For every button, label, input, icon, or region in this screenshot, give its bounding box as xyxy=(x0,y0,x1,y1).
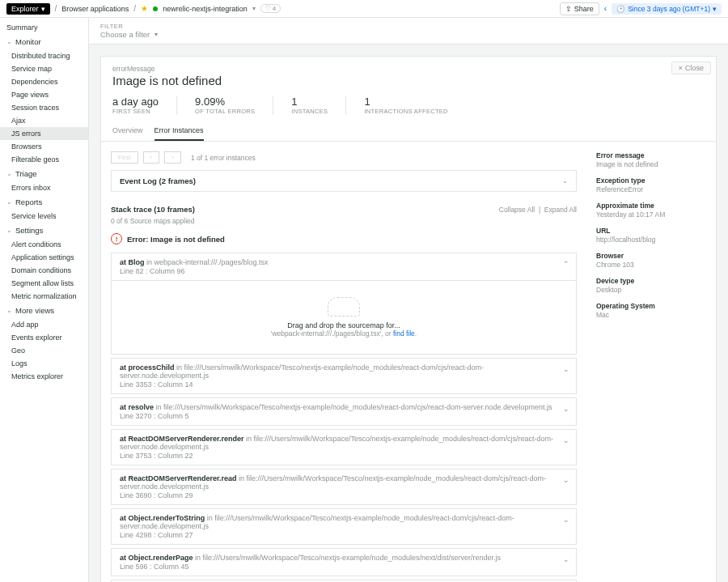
chevron-icon: ⌄ xyxy=(563,476,569,484)
detail-section: URLhttp://localhost/blog xyxy=(596,227,706,244)
sidebar-item[interactable]: Session traces xyxy=(0,101,88,114)
cloud-icon xyxy=(328,297,360,316)
close-button[interactable]: ×Close xyxy=(671,62,711,74)
sidebar-item[interactable]: Metric normalization xyxy=(0,290,88,303)
sidebar-item[interactable]: Browsers xyxy=(0,140,88,153)
share-button[interactable]: ⇪Share xyxy=(560,2,599,15)
sidebar-item[interactable]: JS errors xyxy=(0,127,88,140)
sidebar-item[interactable]: Geo xyxy=(0,344,88,357)
pager-first-button[interactable]: First xyxy=(111,151,138,164)
stat-block: 9.09%OF TOTAL ERRORS xyxy=(195,96,255,115)
breadcrumb-category[interactable]: Browser applications xyxy=(61,5,129,13)
event-log-title: Event Log (2 frames) xyxy=(120,176,196,185)
sidebar-group-more[interactable]: ⌄More views xyxy=(0,303,88,318)
stack-frame[interactable]: at ReactDOMServerRenderer.read in file:/… xyxy=(111,469,577,505)
close-icon: × xyxy=(679,64,683,72)
chevron-down-icon: ⌄ xyxy=(6,227,12,234)
sidebar-item[interactable]: Application settings xyxy=(0,251,88,264)
sidebar-item[interactable]: Distributed tracing xyxy=(0,49,88,62)
sidebar-item[interactable]: Dependencies xyxy=(0,75,88,88)
chevron-down-icon: ▾ xyxy=(154,31,158,38)
status-dot-icon xyxy=(153,6,158,11)
chevron-down-icon: ⌄ xyxy=(6,198,12,206)
filter-picker[interactable]: Choose a filter▾ xyxy=(100,30,717,39)
sidebar-item[interactable]: Segment allow lists xyxy=(0,277,88,290)
sidebar-item[interactable]: Filterable geos xyxy=(0,153,88,166)
chevron-down-icon: ▾ xyxy=(713,5,717,13)
sidebar-item[interactable]: Domain conditions xyxy=(0,264,88,277)
clock-icon: 🕑 xyxy=(616,5,625,13)
detail-section: Device typeDesktop xyxy=(596,277,706,294)
filter-label: FILTER xyxy=(100,23,717,30)
chevron-down-icon: ▾ xyxy=(41,5,45,13)
stat-block: 1INSTANCES xyxy=(291,96,328,115)
event-log-panel[interactable]: Event Log (2 frames) ⌄ xyxy=(111,170,577,192)
sourcemap-drop-area[interactable]: Drag and drop the sourcemap for...'webpa… xyxy=(112,280,576,354)
chevron-icon: ⌄ xyxy=(563,405,569,413)
sidebar-item[interactable]: Page views xyxy=(0,88,88,101)
share-icon: ⇪ xyxy=(565,5,572,13)
sidebar-group-monitor[interactable]: ⌄Monitor xyxy=(0,34,88,49)
source-maps-applied: 0 of 6 Source maps applied xyxy=(111,217,577,225)
breadcrumb-app[interactable]: newrelic-nextjs-integration xyxy=(163,5,248,13)
sidebar-group-triage[interactable]: ⌄Triage xyxy=(0,166,88,181)
star-icon[interactable]: ★ xyxy=(141,4,148,13)
error-line-text: Error: Image is not defined xyxy=(127,235,225,244)
topbar: Explorer ▾ / Browser applications / ★ ne… xyxy=(0,0,728,18)
sidebar-item[interactable]: Service levels xyxy=(0,210,88,223)
stack-frame[interactable]: at ReactDOMServerRenderer.render in file… xyxy=(111,429,577,465)
sidebar-item[interactable]: Add app xyxy=(0,318,88,331)
stack-frame[interactable]: at Object.renderToString in file:///User… xyxy=(111,508,577,545)
pager: First ‹ › 1 of 1 error instances xyxy=(111,151,577,164)
chevron-down-icon[interactable]: ▾ xyxy=(252,5,256,12)
tab[interactable]: Error Instances xyxy=(154,121,204,141)
stack-frame[interactable]: at processChild in file:///Users/mwilk/W… xyxy=(111,358,577,394)
pager-text: 1 of 1 error instances xyxy=(191,154,256,162)
collapse-all-link[interactable]: Collapse All xyxy=(499,206,535,214)
nav-prev-icon[interactable]: ‹ xyxy=(604,4,607,13)
sidebar-item[interactable]: Service map xyxy=(0,62,88,75)
breadcrumb-sep: / xyxy=(55,4,57,13)
stack-frame[interactable]: at Blog in webpack-internal:///./pages/b… xyxy=(111,253,577,355)
error-panel: ×Close errorMessage Image is not defined… xyxy=(100,56,717,582)
chevron-icon: ⌄ xyxy=(563,555,569,563)
explorer-button[interactable]: Explorer ▾ xyxy=(6,3,50,15)
chevron-down-icon: ⌄ xyxy=(6,307,12,314)
breadcrumb-sep: / xyxy=(133,4,136,13)
detail-section: BrowserChrome 103 xyxy=(596,252,706,269)
sidebar-item[interactable]: Logs xyxy=(0,357,88,370)
sidebar-item[interactable]: Alert conditions xyxy=(0,238,88,251)
error-title: Image is not defined xyxy=(112,74,705,87)
error-label: errorMessage xyxy=(112,65,705,73)
filter-bar: FILTER Choose a filter▾ xyxy=(89,18,728,45)
sidebar-item[interactable]: Ajax xyxy=(0,114,88,127)
tab[interactable]: Overview xyxy=(112,121,143,141)
detail-section: Exception typeReferenceError xyxy=(596,176,706,193)
sidebar-item[interactable]: Events explorer xyxy=(0,331,88,344)
sidebar-item[interactable]: Metrics explorer xyxy=(0,370,88,383)
error-badge-icon: ! xyxy=(111,233,122,244)
pager-next-button[interactable]: › xyxy=(164,151,181,164)
sidebar-group-settings[interactable]: ⌄Settings xyxy=(0,223,88,238)
chevron-icon: ⌄ xyxy=(563,365,569,373)
tag-pill[interactable]: ♡ 4 xyxy=(260,4,281,13)
detail-section: Error messageImage is not defined xyxy=(596,151,706,168)
stat-block: 1INTERACTIONS AFFECTED xyxy=(364,96,447,115)
sidebar: Summary ⌄Monitor Distributed tracingServ… xyxy=(0,18,89,582)
stack-frame[interactable]: at Object.renderPage in file:///Users/mw… xyxy=(111,548,577,576)
pager-prev-button[interactable]: ‹ xyxy=(143,151,160,164)
sidebar-item-summary[interactable]: Summary xyxy=(0,21,88,34)
chevron-icon: ⌄ xyxy=(563,516,569,524)
chevron-icon: ⌄ xyxy=(563,436,569,444)
sidebar-item[interactable]: Errors inbox xyxy=(0,181,88,194)
stat-block: a day agoFIRST SEEN xyxy=(112,96,159,115)
chevron-icon: ⌃ xyxy=(563,260,569,268)
detail-section: Approximate timeYesterday at 10:17 AM xyxy=(596,202,706,219)
expand-all-link[interactable]: Expand All xyxy=(544,206,577,214)
detail-section: Operating SystemMac xyxy=(596,302,706,319)
chevron-down-icon: ⌄ xyxy=(562,177,568,185)
stack-frame[interactable]: at resolve in file:///Users/mwilk/Worksp… xyxy=(111,397,577,426)
find-file-link[interactable]: find file xyxy=(393,329,415,338)
time-range-picker[interactable]: 🕑Since 3 days ago (GMT+1) ▾ xyxy=(612,3,722,15)
sidebar-group-reports[interactable]: ⌄Reports xyxy=(0,194,88,210)
